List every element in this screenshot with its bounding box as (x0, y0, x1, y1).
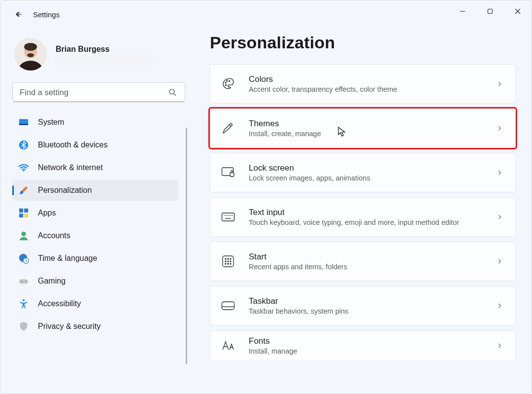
card-subtitle: Lock screen images, apps, animations (249, 174, 495, 182)
chevron-right-icon (495, 214, 504, 220)
card-title: Text input (249, 208, 495, 217)
svg-rect-33 (222, 213, 234, 221)
search-field[interactable] (12, 82, 185, 102)
card-taskbar[interactable]: Taskbar Taskbar behaviors, system pins (210, 286, 516, 325)
svg-point-7 (24, 43, 37, 51)
card-title: Fonts (249, 336, 495, 346)
svg-rect-1 (488, 9, 493, 14)
svg-rect-18 (24, 214, 28, 217)
accessibility-icon (18, 298, 29, 309)
card-themes[interactable]: Themes Install, create, manage (210, 108, 516, 148)
profile-block[interactable]: Brian Burgess (12, 34, 195, 80)
page-title: Personalization (210, 33, 516, 52)
card-colors[interactable]: Colors Accent color, transparency effect… (210, 64, 516, 104)
svg-point-29 (229, 81, 230, 82)
back-button[interactable] (10, 6, 27, 23)
sidebar: Brian Burgess System Bluetooth & devi (0, 28, 195, 394)
close-icon (515, 8, 521, 14)
nav-bluetooth[interactable]: Bluetooth & devices (12, 135, 178, 155)
back-arrow-icon (14, 10, 23, 19)
nav-label: Bluetooth & devices (38, 141, 107, 149)
card-fonts[interactable]: Fonts Install, manage (210, 330, 516, 360)
taskbar-icon (221, 299, 235, 313)
nav-label: Time & language (38, 254, 97, 263)
chevron-right-icon (495, 258, 504, 265)
search-input[interactable] (12, 82, 185, 102)
nav-system[interactable]: System (12, 112, 178, 133)
svg-point-25 (26, 281, 27, 282)
svg-rect-15 (19, 209, 23, 213)
svg-point-8 (27, 53, 34, 57)
svg-point-44 (225, 261, 226, 262)
chevron-right-icon (495, 342, 504, 349)
lock-screen-icon (221, 166, 235, 179)
person-icon (18, 230, 29, 241)
nav-accessibility[interactable]: Accessibility (12, 293, 178, 314)
svg-point-27 (225, 82, 226, 83)
nav-label: Accounts (38, 231, 70, 240)
svg-rect-32 (230, 173, 234, 177)
card-title: Colors (249, 74, 495, 84)
nav-label: System (38, 118, 64, 127)
svg-point-48 (228, 263, 229, 264)
nav-accounts[interactable]: Accounts (12, 225, 178, 246)
window-title: Settings (33, 10, 60, 19)
card-start[interactable]: Start Recent apps and items, folders (210, 242, 516, 281)
card-subtitle: Taskbar behaviors, system pins (249, 307, 495, 315)
nav-label: Privacy & security (38, 322, 100, 331)
chevron-right-icon (495, 302, 504, 309)
svg-point-23 (21, 281, 22, 282)
nav-gaming[interactable]: Gaming (12, 271, 178, 291)
apps-icon (18, 208, 29, 218)
minimize-icon (460, 8, 466, 14)
nav-label: Gaming (38, 277, 66, 286)
svg-rect-50 (222, 302, 234, 310)
start-grid-icon (221, 254, 235, 268)
svg-point-46 (230, 261, 231, 262)
svg-point-26 (23, 299, 25, 301)
svg-point-47 (225, 263, 226, 264)
svg-point-24 (25, 281, 26, 282)
chevron-right-icon (495, 80, 504, 87)
nav-label: Personalization (38, 186, 92, 195)
nav-label: Network & internet (38, 163, 103, 172)
close-button[interactable] (504, 0, 532, 22)
minimize-button[interactable] (449, 0, 476, 22)
svg-point-41 (225, 258, 226, 259)
card-subtitle: Install, create, manage (249, 130, 495, 138)
maximize-button[interactable] (476, 0, 504, 22)
svg-point-28 (227, 80, 228, 81)
nav-time-language[interactable]: Time & language (12, 248, 178, 269)
card-subtitle: Accent color, transparency effects, colo… (249, 85, 495, 93)
profile-email-redacted (56, 55, 154, 64)
svg-point-49 (230, 263, 231, 264)
card-subtitle: Recent apps and items, folders (249, 263, 495, 271)
palette-icon (221, 77, 235, 91)
card-textinput[interactable]: Text input Touch keyboard, voice typing,… (210, 197, 516, 237)
svg-point-30 (226, 85, 227, 86)
brush-icon (18, 185, 29, 196)
card-title: Taskbar (249, 296, 495, 306)
card-title: Themes (249, 119, 495, 129)
bluetooth-icon (18, 140, 29, 150)
svg-point-43 (230, 258, 231, 259)
nav-apps[interactable]: Apps (12, 203, 178, 223)
svg-point-14 (23, 170, 25, 172)
search-icon (166, 82, 179, 102)
wifi-icon (18, 162, 29, 173)
sidebar-scrollbar[interactable] (186, 128, 187, 364)
nav-network[interactable]: Network & internet (12, 157, 178, 178)
card-title: Lock screen (249, 163, 495, 173)
svg-point-45 (228, 261, 229, 262)
nav-personalization[interactable]: Personalization (12, 180, 178, 201)
svg-rect-17 (19, 214, 23, 217)
fonts-icon (221, 339, 235, 353)
main-content: Personalization Colors Accent color, tra… (195, 28, 532, 394)
card-lockscreen[interactable]: Lock screen Lock screen images, apps, an… (210, 153, 516, 192)
avatar (14, 38, 47, 71)
gamepad-icon (18, 276, 29, 287)
profile-name: Brian Burgess (56, 45, 154, 54)
nav-privacy-security[interactable]: Privacy & security (12, 316, 178, 337)
svg-rect-16 (24, 209, 28, 213)
window-controls (449, 0, 532, 22)
